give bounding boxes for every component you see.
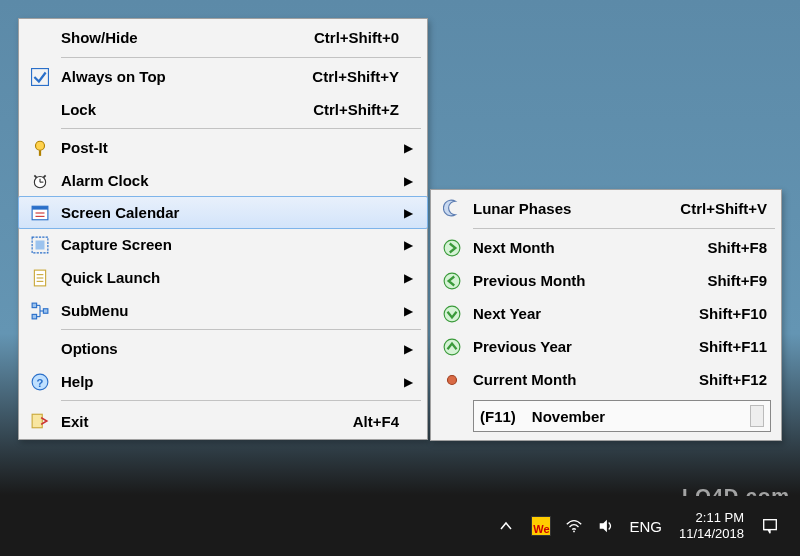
menu-label: Previous Year [473,338,679,355]
svg-text:?: ? [37,376,44,388]
menu-separator [61,128,421,129]
network-icon[interactable] [565,517,583,535]
calendar-icon [19,204,61,222]
screen-calendar-submenu: Lunar Phases Ctrl+Shift+V Next Month Shi… [430,189,782,441]
menu-shortcut: Shift+F8 [707,239,767,256]
menu-shortcut: Ctrl+Shift+V [680,200,767,217]
submenu-arrow-icon: ▶ [399,141,413,155]
taskbar-clock[interactable]: 2:11 PM 11/14/2018 [679,510,744,541]
month-selector-handle[interactable] [750,405,764,427]
svg-rect-17 [36,240,45,249]
menu-item-submenu[interactable]: SubMenu ▶ [19,294,427,327]
menu-label: Always on Top [61,68,292,85]
svg-marker-38 [600,520,607,533]
menu-item-exit[interactable]: Exit Alt+F4 [19,403,427,439]
we-icon: We [531,516,551,536]
month-selector-value: November [532,408,605,425]
menu-separator [61,400,421,401]
menu-label: Previous Month [473,272,687,289]
submenu-item-next-month[interactable]: Next Month Shift+F8 [431,231,781,264]
svg-rect-13 [32,206,48,209]
menu-item-quick-launch[interactable]: Quick Launch ▶ [19,261,427,294]
submenu-arrow-icon: ▶ [399,174,413,188]
menu-label: Next Year [473,305,679,322]
taskbar: We ENG 2:11 PM 11/14/2018 [0,496,800,556]
pin-icon [19,139,61,157]
menu-label: Current Month [473,371,679,388]
menu-label: Quick Launch [61,269,399,286]
dot-icon [431,371,473,389]
menu-item-options[interactable]: Options ▶ [19,332,427,365]
menu-label: Screen Calendar [61,204,399,221]
capture-icon [19,236,61,254]
tree-icon [19,302,61,320]
menu-item-alarm-clock[interactable]: Alarm Clock ▶ [19,164,427,197]
arrow-left-icon [431,272,473,290]
svg-point-35 [444,339,460,355]
menu-label: Help [61,373,399,390]
svg-point-36 [448,375,457,384]
volume-icon[interactable] [597,517,615,535]
svg-rect-31 [32,414,42,428]
menu-shortcut: Shift+F12 [699,371,767,388]
menu-shortcut: Shift+F9 [707,272,767,289]
menu-separator [473,228,775,229]
svg-line-11 [43,175,45,177]
exit-icon [19,412,61,430]
submenu-arrow-icon: ▶ [399,206,413,220]
menu-shortcut: Shift+F11 [699,338,767,355]
help-icon: ? [19,373,61,391]
submenu-arrow-icon: ▶ [399,342,413,356]
tray-context-menu: Show/Hide Ctrl+Shift+0 Always on Top Ctr… [18,18,428,440]
svg-point-33 [444,273,460,289]
arrow-right-icon [431,239,473,257]
tray-app-icon[interactable]: We [531,516,551,536]
svg-rect-39 [764,520,777,530]
tray-overflow-button[interactable] [498,518,514,534]
submenu-item-previous-year[interactable]: Previous Year Shift+F11 [431,330,781,363]
alarm-clock-icon [19,172,61,190]
document-icon [19,269,61,287]
menu-shortcut: Alt+F4 [353,413,399,430]
submenu-arrow-icon: ▶ [399,238,413,252]
language-indicator[interactable]: ENG [629,518,662,535]
arrow-down-icon [431,305,473,323]
svg-point-5 [36,141,45,150]
svg-rect-22 [32,303,37,308]
submenu-item-next-year[interactable]: Next Year Shift+F10 [431,297,781,330]
menu-label: SubMenu [61,302,399,319]
menu-item-show-hide[interactable]: Show/Hide Ctrl+Shift+0 [19,19,427,55]
submenu-item-lunar-phases[interactable]: Lunar Phases Ctrl+Shift+V [431,190,781,226]
menu-shortcut: Ctrl+Shift+Y [312,68,399,85]
submenu-item-previous-month[interactable]: Previous Month Shift+F9 [431,264,781,297]
month-selector[interactable]: (F11) November [473,400,771,432]
menu-item-help[interactable]: ? Help ▶ [19,365,427,398]
submenu-arrow-icon: ▶ [399,304,413,318]
checkmark-icon [19,68,61,86]
svg-point-34 [444,306,460,322]
taskbar-date: 11/14/2018 [679,526,744,542]
svg-line-10 [34,175,36,177]
svg-point-37 [574,531,576,533]
menu-label: Lock [61,101,293,118]
svg-point-32 [444,240,460,256]
menu-item-always-on-top[interactable]: Always on Top Ctrl+Shift+Y [19,60,427,93]
menu-label: Exit [61,413,333,430]
submenu-item-current-month[interactable]: Current Month Shift+F12 [431,363,781,396]
svg-rect-23 [32,314,37,319]
menu-label: Lunar Phases [473,200,660,217]
menu-label: Next Month [473,239,687,256]
menu-item-screen-calendar[interactable]: Screen Calendar ▶ [18,196,428,229]
menu-separator [61,57,421,58]
menu-item-post-it[interactable]: Post-It ▶ [19,131,427,164]
menu-item-lock[interactable]: Lock Ctrl+Shift+Z [19,93,427,126]
menu-label: Post-It [61,139,399,156]
arrow-up-icon [431,338,473,356]
menu-item-capture-screen[interactable]: Capture Screen ▶ [19,228,427,261]
menu-label: Options [61,340,399,357]
menu-shortcut: Shift+F10 [699,305,767,322]
menu-label: Show/Hide [61,29,294,46]
menu-shortcut: Ctrl+Shift+Z [313,101,399,118]
menu-separator [61,329,421,330]
action-center-icon[interactable] [761,517,779,535]
